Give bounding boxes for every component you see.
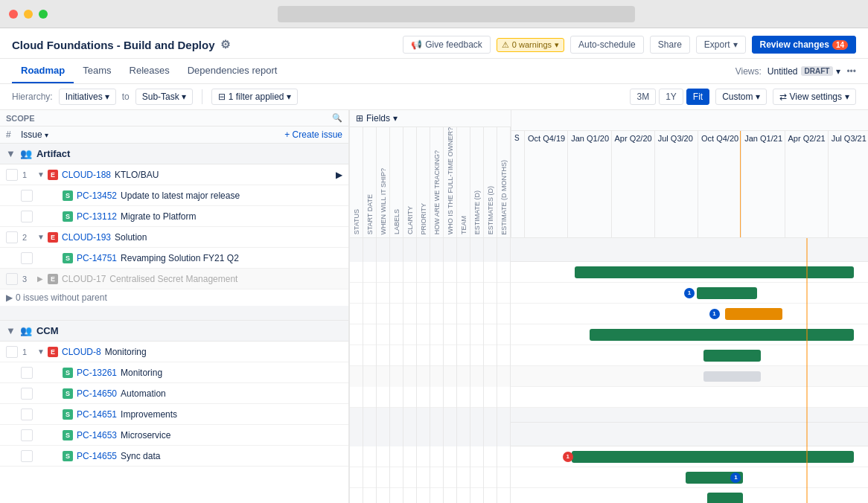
tab-roadmap[interactable]: Roadmap [12,59,74,83]
export-button[interactable]: Export ▾ [696,36,746,54]
expand-row-icon[interactable]: ▶ [37,275,48,283]
gantt-bar-area [511,324,868,345]
time-1y-button[interactable]: 1Y [659,89,683,105]
hierarchy-label: Hierarchy: [12,92,53,102]
row-checkbox[interactable] [21,409,33,420]
issue-column-header: # Issue ▾ + Create issue [0,126,348,144]
gantt-milestone-red[interactable]: 1 [563,452,573,462]
row-checkbox[interactable] [6,273,18,285]
issue-type-icon: E [48,232,58,243]
row-checkbox[interactable] [21,190,33,202]
tab-releases[interactable]: Releases [121,59,179,83]
gantt-bar-area: 1 [511,283,868,303]
chevron-down-icon: ▾ [555,40,559,50]
gantt-row: 1 [350,304,868,324]
time-fit-button[interactable]: Fit [686,89,709,105]
table-row: 1 ▼ E CLOUD-188 KTLO/BAU ▶ [0,164,348,185]
nav-right: Views: Untitled DRAFT ▾ ••• [735,66,856,77]
row-checkbox[interactable] [21,388,33,400]
app-header: Cloud Foundations - Build and Deploy ⚙ 📢… [0,28,868,59]
gantt-bar[interactable] [575,266,853,278]
more-options-icon[interactable]: ••• [846,66,856,77]
review-changes-button[interactable]: Review changes 14 [752,36,857,54]
table-row: S PC-14650 Automation [0,383,348,404]
issue-type-icon: S [63,253,73,263]
row-checkbox[interactable] [21,450,33,462]
gantt-bar-area [511,262,868,282]
minimize-button[interactable] [24,10,33,19]
field-estimate2: ESTIMATES (D) [484,127,497,237]
gantt-scroll-area[interactable]: 1 1 [350,238,868,503]
tab-teams[interactable]: Teams [74,59,120,83]
table-row: S PC-13452 Update to latest major releas… [0,185,348,206]
search-icon[interactable]: 🔍 [332,113,342,123]
settings-icon: ⇄ [779,92,787,102]
today-marker-top [740,131,741,237]
chevron-down-icon: ▾ [45,131,48,139]
project-title: Cloud Foundations - Build and Deploy [12,39,214,51]
give-feedback-button[interactable]: 📢 Give feedback [403,36,491,54]
gantt-bar[interactable] [725,308,782,320]
warnings-badge[interactable]: ⚠ 0 warnings ▾ [497,38,564,52]
header-actions: 📢 Give feedback ⚠ 0 warnings ▾ Auto-sche… [403,36,856,54]
issue-type-icon: S [63,409,73,420]
gantt-bar[interactable] [707,493,743,503]
custom-dropdown[interactable]: Custom ▾ [715,89,766,105]
row-checkbox[interactable] [6,346,18,358]
gantt-row [350,262,868,283]
group-artifact[interactable]: ▼ 👥 Artifact [0,144,348,164]
issue-type-icon: S [63,211,73,222]
fields-button[interactable]: ⊞ Fields ▾ [350,110,511,127]
hierarchy-from-dropdown[interactable]: Initiatives ▾ [59,89,116,105]
chevron-down-icon: ▾ [836,66,840,77]
maximize-button[interactable] [39,10,48,19]
gantt-bar[interactable] [697,287,758,299]
view-name[interactable]: Untitled DRAFT ▾ [768,66,841,77]
chevron-down-icon: ▾ [105,92,109,102]
gantt-bar-area [511,488,868,503]
field-estimate-months: ESTIMATE (D MONTHS) [497,127,511,237]
megaphone-icon: 📢 [411,39,422,50]
field-team: TEAM [457,127,470,237]
field-cells [350,262,511,282]
settings-icon[interactable]: ⚙ [220,38,230,51]
field-tracking: HOW ARE WE TRACKING? [430,127,444,237]
create-issue-button[interactable]: + Create issue [284,129,342,140]
tab-dependencies[interactable]: Dependencies report [179,59,287,83]
fields-icon: ⊞ [356,113,363,124]
time-3m-button[interactable]: 3M [630,89,656,105]
row-checkbox[interactable] [21,211,33,222]
expand-row-icon[interactable]: ▼ [37,233,48,241]
field-cells [350,304,511,324]
close-button[interactable] [9,10,18,19]
review-changes-badge: 14 [832,40,848,50]
field-estimate1: ESTIMATE (D) [470,127,484,237]
time-buttons: 3M 1Y Fit [630,89,709,105]
field-owner: WHO IS THE FULL-TIME OWNER? [444,127,457,237]
row-checkbox[interactable] [6,231,18,243]
issue-type-icon: S [63,451,73,461]
no-parent-row[interactable]: ▶ 0 issues without parent [0,289,348,306]
gantt-milestone[interactable]: 1 [709,309,720,319]
expand-row-icon[interactable]: ▼ [37,170,48,179]
gantt-bar[interactable] [703,350,761,362]
auto-schedule-button[interactable]: Auto-schedule [570,36,644,54]
row-checkbox[interactable] [6,169,18,181]
row-checkbox[interactable] [21,429,33,441]
gantt-bar-area: 1 [511,304,868,324]
filter-button[interactable]: ⊟ 1 filter applied ▾ [211,89,299,105]
gantt-group-row [350,238,868,262]
hierarchy-to-dropdown[interactable]: Sub-Task ▾ [135,89,193,105]
gantt-milestone[interactable]: 1 [730,472,741,483]
row-checkbox[interactable] [21,367,33,379]
issue-type-icon: E [48,170,58,180]
group-ccm[interactable]: ▼ 👥 CCM [0,321,348,342]
share-button[interactable]: Share [650,36,690,54]
expand-row-icon[interactable]: ▼ [37,347,48,356]
gantt-bar[interactable] [590,329,854,341]
gantt-bar[interactable] [703,371,761,382]
row-checkbox[interactable] [21,252,33,264]
gantt-milestone[interactable]: 1 [684,288,695,298]
gantt-bar[interactable] [572,451,854,463]
view-settings-button[interactable]: ⇄ View settings ▾ [773,89,856,105]
